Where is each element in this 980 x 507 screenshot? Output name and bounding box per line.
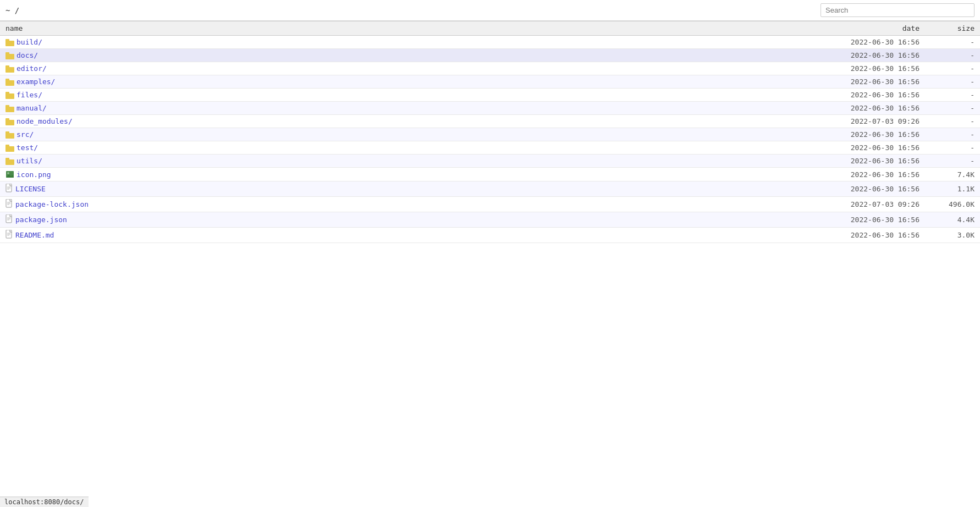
file-date: 2022-06-30 16:56 bbox=[815, 36, 925, 49]
file-link[interactable]: test/ bbox=[5, 144, 810, 152]
file-link[interactable]: LICENSE bbox=[5, 184, 810, 194]
svg-point-1 bbox=[7, 172, 9, 174]
file-size: 1.1K bbox=[925, 181, 980, 197]
file-date: 2022-07-03 09:26 bbox=[815, 197, 925, 212]
file-name: node_modules/ bbox=[16, 117, 73, 125]
folder-icon bbox=[5, 65, 14, 73]
file-link[interactable]: README.md bbox=[5, 230, 810, 240]
breadcrumb: ~ / bbox=[5, 6, 19, 15]
file-name: LICENSE bbox=[15, 185, 46, 193]
image-icon bbox=[5, 170, 14, 179]
table-row: icon.png2022-06-30 16:567.4K bbox=[0, 168, 980, 181]
table-row: src/2022-06-30 16:56- bbox=[0, 128, 980, 141]
file-size: 4.4K bbox=[925, 212, 980, 228]
file-name: src/ bbox=[16, 130, 34, 139]
folder-icon bbox=[5, 38, 14, 46]
table-row: LICENSE2022-06-30 16:561.1K bbox=[0, 181, 980, 197]
file-table: name date size build/2022-06-30 16:56-do… bbox=[0, 21, 980, 243]
table-row: docs/2022-06-30 16:56- bbox=[0, 49, 980, 62]
folder-icon bbox=[5, 78, 14, 86]
file-link[interactable]: utils/ bbox=[5, 157, 810, 165]
table-row: files/2022-06-30 16:56- bbox=[0, 89, 980, 102]
file-icon bbox=[5, 184, 13, 194]
file-link[interactable]: node_modules/ bbox=[5, 117, 810, 125]
file-date: 2022-06-30 16:56 bbox=[815, 155, 925, 168]
file-name: package.json bbox=[15, 216, 67, 224]
file-size: - bbox=[925, 128, 980, 141]
file-link[interactable]: editor/ bbox=[5, 64, 810, 73]
file-name: files/ bbox=[16, 91, 42, 99]
file-date: 2022-06-30 16:56 bbox=[815, 89, 925, 102]
search-input[interactable] bbox=[821, 3, 975, 17]
file-size: - bbox=[925, 155, 980, 168]
file-link[interactable]: package.json bbox=[5, 214, 810, 225]
file-size: 7.4K bbox=[925, 168, 980, 181]
file-link[interactable]: build/ bbox=[5, 38, 810, 46]
file-date: 2022-06-30 16:56 bbox=[815, 181, 925, 197]
file-link[interactable]: manual/ bbox=[5, 104, 810, 112]
file-date: 2022-06-30 16:56 bbox=[815, 75, 925, 89]
file-name: build/ bbox=[16, 38, 42, 46]
file-name: manual/ bbox=[16, 104, 47, 112]
file-size: - bbox=[925, 62, 980, 75]
table-row: build/2022-06-30 16:56- bbox=[0, 36, 980, 49]
file-date: 2022-06-30 16:56 bbox=[815, 141, 925, 155]
table-row: node_modules/2022-07-03 09:26- bbox=[0, 115, 980, 128]
file-name: docs/ bbox=[16, 51, 38, 59]
file-size: - bbox=[925, 36, 980, 49]
folder-icon bbox=[5, 52, 14, 59]
file-link[interactable]: docs/ bbox=[5, 51, 810, 59]
file-name: utils/ bbox=[16, 157, 42, 165]
table-row: manual/2022-06-30 16:56- bbox=[0, 102, 980, 115]
file-size: - bbox=[925, 49, 980, 62]
table-row: test/2022-06-30 16:56- bbox=[0, 141, 980, 155]
file-size: 3.0K bbox=[925, 228, 980, 243]
file-date: 2022-07-03 09:26 bbox=[815, 115, 925, 128]
file-date: 2022-06-30 16:56 bbox=[815, 49, 925, 62]
file-date: 2022-06-30 16:56 bbox=[815, 228, 925, 243]
header-bar: ~ / bbox=[0, 0, 980, 21]
file-link[interactable]: src/ bbox=[5, 130, 810, 139]
col-header-name[interactable]: name bbox=[0, 21, 815, 36]
table-row: examples/2022-06-30 16:56- bbox=[0, 75, 980, 89]
table-row: utils/2022-06-30 16:56- bbox=[0, 155, 980, 168]
file-date: 2022-06-30 16:56 bbox=[815, 168, 925, 181]
file-date: 2022-06-30 16:56 bbox=[815, 212, 925, 228]
file-date: 2022-06-30 16:56 bbox=[815, 128, 925, 141]
file-size: - bbox=[925, 75, 980, 89]
file-name: icon.png bbox=[16, 170, 51, 179]
folder-icon bbox=[5, 144, 14, 152]
file-name: README.md bbox=[15, 231, 54, 239]
file-name: package-lock.json bbox=[15, 200, 89, 208]
file-size: 496.0K bbox=[925, 197, 980, 212]
col-header-date[interactable]: date bbox=[815, 21, 925, 36]
table-row: package.json2022-06-30 16:564.4K bbox=[0, 212, 980, 228]
table-row: package-lock.json2022-07-03 09:26496.0K bbox=[0, 197, 980, 212]
file-link[interactable]: files/ bbox=[5, 91, 810, 99]
folder-icon bbox=[5, 91, 14, 99]
table-row: editor/2022-06-30 16:56- bbox=[0, 62, 980, 75]
file-date: 2022-06-30 16:56 bbox=[815, 102, 925, 115]
folder-icon bbox=[5, 118, 14, 125]
folder-icon bbox=[5, 131, 14, 139]
file-size: - bbox=[925, 141, 980, 155]
file-name: editor/ bbox=[16, 64, 47, 73]
file-link[interactable]: examples/ bbox=[5, 78, 810, 86]
file-size: - bbox=[925, 89, 980, 102]
file-name: examples/ bbox=[16, 78, 55, 86]
folder-icon bbox=[5, 157, 14, 165]
table-row: README.md2022-06-30 16:563.0K bbox=[0, 228, 980, 243]
table-header-row: name date size bbox=[0, 21, 980, 36]
file-link[interactable]: icon.png bbox=[5, 170, 810, 179]
col-header-size[interactable]: size bbox=[925, 21, 980, 36]
folder-icon bbox=[5, 104, 14, 112]
file-icon bbox=[5, 199, 13, 210]
file-size: - bbox=[925, 102, 980, 115]
file-icon bbox=[5, 214, 13, 225]
file-link[interactable]: package-lock.json bbox=[5, 199, 810, 210]
file-date: 2022-06-30 16:56 bbox=[815, 62, 925, 75]
file-icon bbox=[5, 230, 13, 240]
file-name: test/ bbox=[16, 144, 38, 152]
file-size: - bbox=[925, 115, 980, 128]
